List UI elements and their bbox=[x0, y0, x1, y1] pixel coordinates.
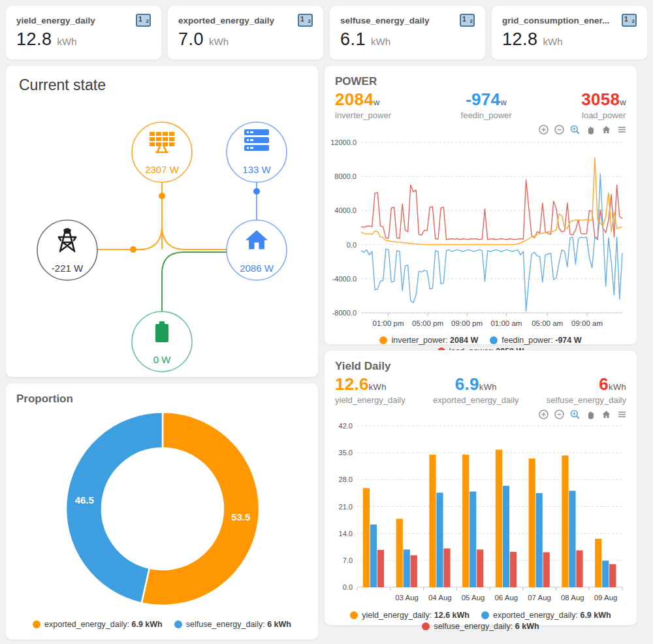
home-icon[interactable] bbox=[601, 124, 612, 135]
current-state-card: Current state bbox=[5, 65, 319, 378]
server-icon bbox=[244, 129, 269, 151]
svg-text:05:00 am: 05:00 am bbox=[532, 319, 563, 327]
svg-text:28.0: 28.0 bbox=[339, 475, 353, 483]
flow-line-solar-grid bbox=[139, 225, 162, 250]
flow-node-inverter[interactable]: 133 W bbox=[227, 122, 287, 182]
home-icon[interactable] bbox=[601, 409, 612, 420]
bar-exported_energy_daily bbox=[436, 492, 443, 587]
flow-node-home[interactable]: 2086 W bbox=[227, 220, 287, 280]
svg-text:7.0: 7.0 bbox=[343, 556, 353, 564]
stat-card-grid-consumption-energy[interactable]: grid_consumption_ener... 12.8 kWh bbox=[491, 5, 648, 60]
yield-chart-toolbar bbox=[325, 405, 637, 421]
proportion-donut-chart[interactable]: 53.546.5 bbox=[6, 406, 318, 619]
svg-text:14.0: 14.0 bbox=[339, 530, 353, 538]
zoom-in-icon[interactable] bbox=[538, 409, 549, 420]
flow-node-grid[interactable]: -221 W bbox=[37, 220, 97, 280]
menu-icon[interactable] bbox=[616, 409, 628, 420]
svg-text:133 W: 133 W bbox=[242, 164, 271, 175]
svg-text:05:00 pm: 05:00 pm bbox=[412, 319, 443, 327]
counter-icon bbox=[136, 14, 151, 27]
yield-stat-yield: 12.6kWh yield_energy_daily bbox=[335, 374, 406, 405]
svg-text:-8000.0: -8000.0 bbox=[332, 309, 357, 317]
flow-line-solar-home bbox=[162, 225, 227, 250]
counter-icon bbox=[460, 14, 475, 27]
box-zoom-icon[interactable] bbox=[569, 124, 581, 135]
legend-item[interactable]: yield_energy_daily: 12.6 kWh bbox=[350, 611, 470, 620]
pan-icon[interactable] bbox=[585, 124, 596, 135]
yield-stat-exported: 6.9kWh exported_energy_daily bbox=[433, 374, 519, 405]
yield-bar-chart[interactable]: 42.035.028.021.014.07.00.003 Aug04 Aug05… bbox=[325, 421, 637, 609]
stat-card-row: yield_energy_daily 12.8 kWh exported_ene… bbox=[0, 0, 653, 60]
svg-text:07 Aug: 07 Aug bbox=[528, 594, 551, 602]
stat-card-value: 6.1 kWh bbox=[340, 29, 475, 50]
bar-selfuse_energy_daily bbox=[510, 552, 517, 587]
proportion-title: Proportion bbox=[6, 383, 318, 406]
power-chart-toolbar bbox=[325, 120, 637, 136]
svg-text:2086 W: 2086 W bbox=[240, 263, 274, 274]
svg-text:01:00 am: 01:00 am bbox=[490, 319, 522, 327]
svg-text:03 Aug: 03 Aug bbox=[395, 594, 419, 602]
box-zoom-icon[interactable] bbox=[569, 409, 581, 420]
svg-text:09 Aug: 09 Aug bbox=[594, 594, 618, 602]
bar-selfuse_energy_daily bbox=[377, 550, 384, 587]
menu-icon[interactable] bbox=[616, 124, 628, 135]
legend-item[interactable]: inverter_power: 2084 W bbox=[379, 336, 478, 345]
svg-text:4000.0: 4000.0 bbox=[334, 206, 357, 214]
bar-exported_energy_daily bbox=[470, 492, 476, 587]
svg-text:06 Aug: 06 Aug bbox=[494, 594, 518, 602]
power-title: POWER bbox=[325, 66, 637, 88]
yield-daily-card: Yield Daily 12.6kWh yield_energy_daily 6… bbox=[324, 350, 637, 626]
proportion-legend[interactable]: exported_energy_daily: 6.9 kWhselfuse_en… bbox=[6, 619, 318, 630]
zoom-out-icon[interactable] bbox=[554, 409, 565, 420]
flow-node-solar[interactable]: 2307 W bbox=[132, 122, 192, 182]
stat-card-label: grid_consumption_ener... bbox=[502, 16, 609, 25]
zoom-in-icon[interactable] bbox=[538, 124, 549, 135]
series-load_power bbox=[361, 180, 622, 239]
svg-text:35.0: 35.0 bbox=[339, 449, 353, 457]
legend-item[interactable]: selfuse_energy_daily: 6 kWh bbox=[422, 622, 539, 631]
legend-item[interactable]: feedin_power: -974 W bbox=[490, 336, 581, 345]
svg-text:09:00 pm: 09:00 pm bbox=[451, 319, 483, 327]
svg-text:08 Aug: 08 Aug bbox=[561, 594, 584, 602]
bar-exported_energy_daily bbox=[370, 524, 377, 587]
legend-dot bbox=[490, 336, 498, 344]
legend-dot bbox=[174, 620, 182, 628]
flow-node-battery[interactable]: 0 W bbox=[132, 312, 192, 372]
power-card: POWER 2084w inverter_power -974w feedin_… bbox=[324, 65, 637, 345]
stat-card-exported-energy-daily[interactable]: exported_energy_daily 7.0 kWh bbox=[167, 5, 324, 60]
flow-dot-inverter bbox=[253, 188, 260, 195]
svg-text:-4000.0: -4000.0 bbox=[332, 275, 357, 283]
bar-selfuse_energy_daily bbox=[443, 549, 450, 587]
battery-icon bbox=[155, 321, 168, 342]
stat-card-selfuse-energy-daily[interactable]: selfuse_energy_daily 6.1 kWh bbox=[329, 5, 486, 60]
bar-yield_energy_daily bbox=[429, 455, 436, 587]
bar-yield_energy_daily bbox=[595, 539, 601, 587]
counter-icon bbox=[298, 14, 313, 27]
legend-dot bbox=[350, 611, 358, 619]
svg-text:2307 W: 2307 W bbox=[145, 164, 180, 175]
power-stat-load: 3058w load_power bbox=[581, 89, 626, 120]
bar-exported_energy_daily bbox=[503, 486, 509, 587]
svg-text:05 Aug: 05 Aug bbox=[462, 594, 485, 602]
power-line-chart[interactable]: 12000.08000.04000.00.0-4000.0-8000.001:0… bbox=[325, 136, 637, 334]
legend-item[interactable]: selfuse_energy_daily: 6 kWh bbox=[174, 620, 291, 629]
stat-card-yield-energy-daily[interactable]: yield_energy_daily 12.8 kWh bbox=[5, 5, 162, 60]
pan-icon[interactable] bbox=[585, 409, 596, 420]
yield-stats-row: 12.6kWh yield_energy_daily 6.9kWh export… bbox=[325, 373, 637, 405]
legend-dot bbox=[422, 622, 430, 630]
svg-text:01:00 pm: 01:00 pm bbox=[373, 319, 404, 327]
legend-item[interactable]: exported_energy_daily: 6.9 kWh bbox=[33, 620, 163, 629]
bar-yield_energy_daily bbox=[529, 459, 535, 587]
bar-selfuse_energy_daily bbox=[477, 549, 483, 587]
flow-dot-grid bbox=[130, 246, 136, 253]
bar-yield_energy_daily bbox=[363, 488, 370, 587]
legend-item[interactable]: exported_energy_daily: 6.9 kWh bbox=[481, 611, 611, 620]
svg-text:21.0: 21.0 bbox=[339, 503, 353, 511]
legend-dot bbox=[379, 336, 387, 344]
yield-legend[interactable]: yield_energy_daily: 12.6 kWhexported_ene… bbox=[334, 609, 628, 632]
zoom-out-icon[interactable] bbox=[554, 124, 565, 135]
flow-dot-solar bbox=[159, 193, 165, 199]
svg-text:0.0: 0.0 bbox=[343, 583, 353, 591]
stat-card-label: yield_energy_daily bbox=[16, 16, 95, 25]
yield-stat-selfuse: 6kWh selfuse_energy_daily bbox=[547, 374, 626, 405]
